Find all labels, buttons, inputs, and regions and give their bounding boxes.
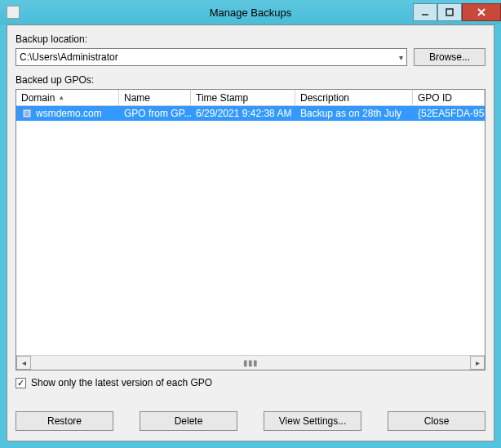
sort-asc-icon: ▲ xyxy=(58,94,64,101)
listview-header: Domain ▲ Name Time Stamp Description GPO… xyxy=(16,90,485,106)
manage-backups-window: Manage Backups Backup location: C:\Users… xyxy=(0,0,501,448)
cell-desc: Backup as on 28th July xyxy=(300,108,401,119)
app-icon xyxy=(7,6,20,19)
svg-rect-1 xyxy=(446,9,453,16)
backup-location-combo[interactable]: C:\Users\Administrator ▾ xyxy=(16,48,407,66)
close-dialog-button[interactable]: Close xyxy=(388,411,485,431)
column-header-description[interactable]: Description xyxy=(295,90,413,105)
dialog-buttons: Restore Delete View Settings... Close xyxy=(16,411,485,431)
browse-button[interactable]: Browse... xyxy=(414,48,485,66)
gpo-icon xyxy=(21,108,33,119)
backup-location-label: Backup location: xyxy=(16,33,485,45)
delete-button[interactable]: Delete xyxy=(140,411,237,431)
horizontal-scrollbar[interactable]: ◂ ▮▮▮ ▸ xyxy=(16,355,485,370)
column-header-name[interactable]: Name xyxy=(119,90,191,105)
show-latest-checkbox[interactable]: ✓ xyxy=(16,378,26,388)
show-latest-label: Show only the latest version of each GPO xyxy=(31,377,212,388)
backed-up-gpos-label: Backed up GPOs: xyxy=(16,74,485,86)
cell-time: 6/29/2021 9:42:38 AM xyxy=(196,108,291,119)
column-header-gpoid[interactable]: GPO ID xyxy=(413,90,485,105)
cell-domain: wsmdemo.com xyxy=(36,108,102,119)
column-header-timestamp[interactable]: Time Stamp xyxy=(191,90,295,105)
titlebar: Manage Backups xyxy=(0,0,501,24)
combo-arrow-icon: ▾ xyxy=(399,53,403,62)
column-header-domain[interactable]: Domain ▲ xyxy=(16,90,119,105)
gpo-listview[interactable]: Domain ▲ Name Time Stamp Description GPO… xyxy=(16,89,485,370)
restore-button[interactable]: Restore xyxy=(16,411,113,431)
browse-button-label: Browse... xyxy=(429,51,470,63)
listview-body: wsmdemo.com GPO from GP... 6/29/2021 9:4… xyxy=(16,106,485,355)
close-button[interactable] xyxy=(462,3,501,21)
view-settings-button[interactable]: View Settings... xyxy=(264,411,361,431)
scroll-left-icon[interactable]: ◂ xyxy=(16,356,31,370)
scroll-track[interactable]: ▮▮▮ xyxy=(31,356,470,370)
minimize-button[interactable] xyxy=(413,3,437,21)
cell-name: GPO from GP... xyxy=(124,108,191,119)
window-controls xyxy=(413,3,501,21)
show-latest-checkbox-row: ✓ Show only the latest version of each G… xyxy=(16,377,485,388)
maximize-button[interactable] xyxy=(437,3,462,21)
cell-gpoid: {52EA5FDA-95... xyxy=(418,108,485,119)
backup-location-value: C:\Users\Administrator xyxy=(20,51,118,63)
scroll-right-icon[interactable]: ▸ xyxy=(470,356,485,370)
table-row[interactable]: wsmdemo.com GPO from GP... 6/29/2021 9:4… xyxy=(16,106,485,121)
client-area: Backup location: C:\Users\Administrator … xyxy=(7,24,494,441)
